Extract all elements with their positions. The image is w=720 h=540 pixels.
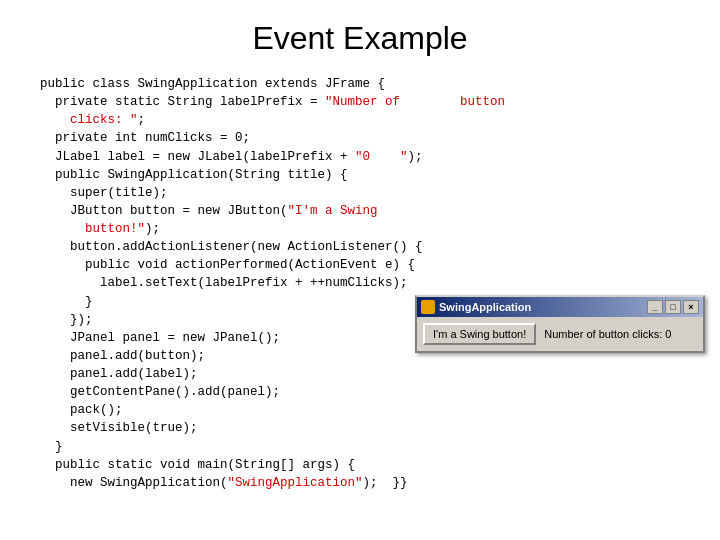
page-title: Event Example [40,20,680,57]
page-container: Event Example public class SwingApplicat… [0,0,720,540]
code-line-4: private int numClicks = 0; [40,131,250,145]
swing-titlebar-title: SwingApplication [421,300,531,314]
swing-titlebar: SwingApplication _ □ × [417,297,703,317]
code-line-14: }); [40,313,93,327]
code-line-5: JLabel label = new JLabel(labelPrefix + … [40,150,423,164]
code-line-20: setVisible(true); [40,421,198,435]
maximize-button[interactable]: □ [665,300,681,314]
code-line-22: public static void main(String[] args) { [40,458,355,472]
code-line-7: super(title); [40,186,168,200]
code-block: public class SwingApplication extends JF… [40,75,680,492]
code-line-16: panel.add(button); [40,349,205,363]
code-line-13: } [40,295,93,309]
code-line-23: new SwingApplication("SwingApplication")… [40,476,408,490]
code-line-19: pack(); [40,403,123,417]
code-line-3: clicks: "; [40,113,145,127]
code-line-10: button.addActionListener(new ActionListe… [40,240,423,254]
code-line-17: panel.add(label); [40,367,198,381]
code-line-6: public SwingApplication(String title) { [40,168,348,182]
code-line-2: private static String labelPrefix = "Num… [40,95,505,109]
code-line-9: button!"); [40,222,160,236]
swing-window: SwingApplication _ □ × I'm a Swing butto… [415,295,705,353]
swing-app-label: Number of button clicks: 0 [544,328,671,340]
swing-app-button[interactable]: I'm a Swing button! [423,323,536,345]
code-line-21: } [40,440,63,454]
minimize-button[interactable]: _ [647,300,663,314]
swing-content: I'm a Swing button! Number of button cli… [417,317,703,351]
code-line-18: getContentPane().add(panel); [40,385,280,399]
close-button[interactable]: × [683,300,699,314]
code-line-12: label.setText(labelPrefix + ++numClicks)… [40,276,408,290]
code-line-15: JPanel panel = new JPanel(); [40,331,280,345]
code-line-1: public class SwingApplication extends JF… [40,77,385,91]
swing-app-icon [421,300,435,314]
swing-titlebar-buttons: _ □ × [647,300,699,314]
swing-window-title: SwingApplication [439,301,531,313]
code-line-11: public void actionPerformed(ActionEvent … [40,258,415,272]
code-line-8: JButton button = new JButton("I'm a Swin… [40,204,378,218]
